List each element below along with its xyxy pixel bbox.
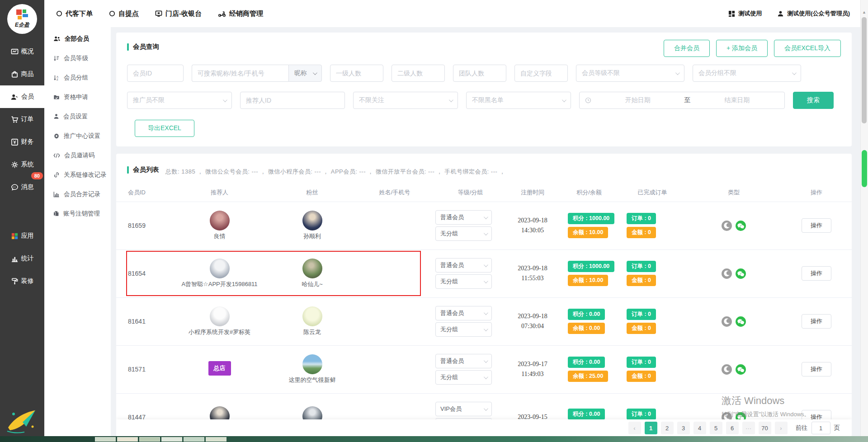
row-action-button[interactable]: 操作 — [802, 314, 831, 329]
floating-widget[interactable] — [862, 150, 867, 187]
submenu-item-link[interactable]: 关系链修改记录 — [44, 165, 111, 184]
page-ellipsis[interactable]: ··· — [742, 422, 755, 434]
row-group-select[interactable]: 无分组 — [435, 274, 492, 289]
custom-field-input[interactable] — [514, 65, 568, 82]
scooter-icon — [218, 10, 226, 17]
code-icon — [53, 153, 60, 158]
submenu-item-sortaz[interactable]: AZ会员分组 — [44, 68, 111, 87]
referrer-avatar[interactable] — [210, 259, 230, 278]
sidebar-item-finance[interactable]: 财务 — [0, 131, 44, 153]
row-group-value: 无分组 — [440, 230, 458, 238]
row-action-button[interactable]: 操作 — [802, 218, 831, 233]
sidebar-item-order[interactable]: 订单 — [0, 108, 44, 131]
app-logo[interactable]: E企盈 — [7, 4, 37, 34]
goto-page-input[interactable] — [811, 422, 830, 434]
row-level-select[interactable]: 普通会员 — [435, 258, 492, 273]
member-level-select[interactable]: 会员等级不限 — [576, 65, 684, 82]
submenu-item-sortlevel[interactable]: 会员等级 — [44, 48, 111, 68]
member-type-cell — [686, 220, 781, 231]
row-level-select[interactable]: 普通会员 — [435, 210, 492, 225]
level2-count-input[interactable] — [392, 65, 445, 82]
promoter-select[interactable]: 推广员不限 — [127, 92, 232, 109]
page-button-3[interactable]: 3 — [677, 422, 690, 434]
fan-avatar[interactable] — [302, 354, 322, 374]
column-header: 已完成订单 — [618, 188, 686, 197]
sidebar-item-overview[interactable]: 概况 — [0, 40, 44, 63]
column-header: 积分/余额 — [560, 188, 618, 197]
blacklist-filter-select[interactable]: 不限黑名单 — [466, 92, 571, 109]
query-row-1: 昵称 会员等级不限 会员分组不限 — [127, 65, 841, 82]
page-button-4[interactable]: 4 — [693, 422, 706, 434]
row-group-select[interactable]: 无分组 — [435, 322, 492, 337]
submenu-item-code[interactable]: 会员邀请码 — [44, 146, 111, 165]
fan-avatar[interactable] — [302, 306, 322, 326]
topnav-user-item[interactable]: 测试使用(公众号管理员) — [777, 9, 850, 18]
topnav-user-item[interactable]: 测试使用 — [728, 9, 762, 18]
amount-badge: 金额 : 0 — [627, 323, 656, 334]
page-button-6[interactable]: 6 — [726, 422, 739, 434]
row-group-select[interactable]: 无分组 — [435, 226, 492, 241]
search-button[interactable]: 搜索 — [793, 92, 834, 109]
submenu-item-file[interactable]: 账号注销管理 — [44, 204, 111, 223]
submenu-item-gearsolid[interactable]: 推广中心设置 — [44, 126, 111, 146]
submenu-item-users[interactable]: 全部会员 — [44, 29, 111, 48]
sidebar-item-decorate[interactable]: 装修 — [0, 270, 44, 292]
query-row-2: 推广员不限 不限关注 不限黑名单 开始日期 至 结束日期 搜索 — [127, 92, 841, 109]
submenu-item-foldercheck[interactable]: 资格申请 — [44, 87, 111, 107]
keyword-type-select[interactable]: 昵称 — [288, 65, 322, 82]
topnav-item[interactable]: 自提点 — [109, 9, 139, 18]
team-count-input[interactable] — [453, 65, 506, 82]
sidebar-item-goods[interactable]: 商品 — [0, 63, 44, 85]
fan-avatar[interactable] — [302, 211, 322, 230]
prev-page-button[interactable]: ‹ — [628, 422, 641, 434]
end-date-placeholder[interactable]: 结束日期 — [695, 96, 779, 104]
scrollbar-thumb[interactable] — [862, 17, 867, 123]
list-header: 会员列表 总数: 1385 ， 微信公众号会员: --- ， 微信小程序会员: … — [116, 165, 852, 176]
follow-filter-select[interactable]: 不限关注 — [353, 92, 458, 109]
member-id-input[interactable] — [127, 65, 184, 82]
chevron-down-icon — [484, 279, 488, 283]
svg-text:Z: Z — [57, 78, 58, 81]
chevron-down-icon — [484, 327, 488, 331]
row-level-select[interactable]: 普通会员 — [435, 306, 492, 320]
topnav-item[interactable]: 代客下单 — [56, 9, 93, 18]
page-button-5[interactable]: 5 — [710, 422, 722, 434]
row-action-button[interactable]: 操作 — [802, 362, 831, 376]
topnav-item[interactable]: 经销商管理 — [218, 9, 263, 18]
page-button-2[interactable]: 2 — [661, 422, 674, 434]
referrer-avatar[interactable] — [210, 306, 230, 326]
merge-member-button[interactable]: 合并会员 — [664, 40, 710, 57]
row-level-select[interactable]: 普通会员 — [435, 354, 492, 368]
register-date-range-picker[interactable]: 开始日期 至 结束日期 — [579, 92, 785, 109]
row-level-select[interactable]: VIP会员 — [435, 402, 492, 416]
topnav-item[interactable]: 门店-收银台 — [155, 9, 202, 18]
submenu-item-person[interactable]: 会员设置 — [44, 107, 111, 126]
sidebar-item-message[interactable]: 消息80 — [0, 176, 44, 198]
export-excel-button[interactable]: 导出EXCEL — [135, 120, 194, 137]
start-date-placeholder[interactable]: 开始日期 — [596, 96, 680, 104]
page-button-70[interactable]: 70 — [759, 422, 771, 434]
referrer-avatar[interactable] — [210, 211, 230, 230]
orders-badge: 订单 : 0 — [627, 357, 656, 368]
submenu-item-chart[interactable]: 会员合并记录 — [44, 184, 111, 204]
submenu-nav: 全部会员会员等级AZ会员分组资格申请会员设置推广中心设置会员邀请码关系链修改记录… — [44, 29, 111, 223]
sidebar-item-apps[interactable]: 应用 — [0, 225, 44, 247]
sidebar-item-stats[interactable]: 统计 — [0, 247, 44, 270]
chevron-down-icon — [484, 375, 488, 379]
row-action-button[interactable]: 操作 — [802, 266, 831, 281]
member-icon — [10, 94, 19, 100]
referrer-id-input[interactable] — [240, 92, 345, 109]
level1-count-input[interactable] — [330, 65, 383, 82]
fan-avatar[interactable] — [302, 259, 322, 278]
member-excel-import-button[interactable]: 会员EXCEL导入 — [774, 40, 841, 57]
page-button-1[interactable]: 1 — [645, 422, 657, 434]
scrollbar-up-arrow[interactable]: ▲ — [862, 10, 866, 14]
level-group-cell: 普通会员 无分组 — [435, 304, 505, 339]
keyword-input[interactable] — [192, 65, 288, 82]
next-page-button[interactable]: › — [775, 422, 788, 434]
row-group-select[interactable]: 无分组 — [435, 370, 492, 385]
member-group-select[interactable]: 会员分组不限 — [693, 65, 801, 82]
scrollbar-track[interactable]: ▲ — [860, 0, 868, 436]
add-member-button[interactable]: + 添加会员 — [716, 40, 768, 57]
sidebar-item-member[interactable]: 会员 — [0, 85, 44, 108]
